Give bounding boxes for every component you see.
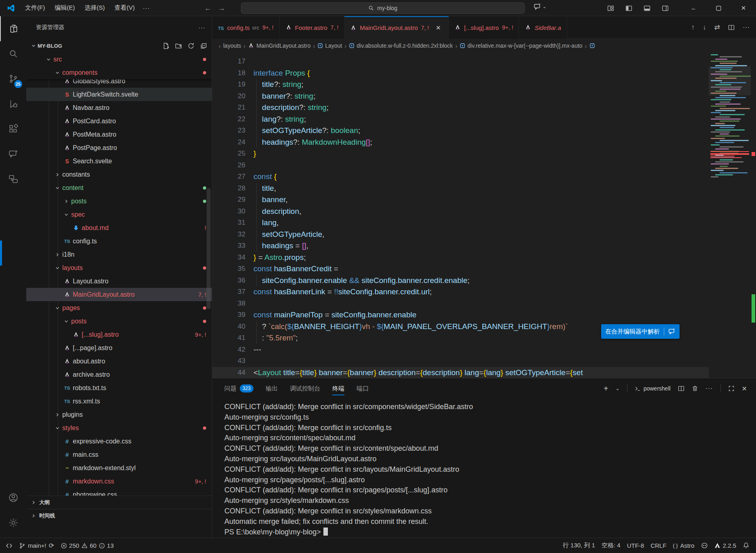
activity-extensions-icon[interactable] — [0, 116, 26, 141]
tree-item-components[interactable]: components — [26, 66, 212, 79]
tree-item-photoswipe-css[interactable]: #photoswipe.css — [26, 488, 212, 496]
tree-item-content[interactable]: content — [26, 181, 212, 194]
tree-item--page-astro[interactable]: [...page].astro — [26, 341, 212, 355]
more-actions-icon[interactable]: ··· — [743, 23, 750, 32]
activity-source-control-icon[interactable]: 25 — [0, 66, 26, 91]
breadcrumb-item[interactable]: Layout — [317, 42, 342, 49]
tree-item-robots-txt-ts[interactable]: TSrobots.txt.ts — [26, 381, 212, 395]
menu-more[interactable]: ··· — [139, 3, 154, 13]
code-editor[interactable]: 1718interface Props {19 title?: string;2… — [212, 53, 756, 394]
tree-item-postmeta-astro[interactable]: PostMeta.astro — [26, 128, 212, 141]
next-change-icon[interactable]: ↓ — [703, 23, 706, 32]
activity-remote-explorer-icon[interactable] — [0, 167, 26, 192]
remote-indicator[interactable] — [2, 542, 16, 549]
prev-change-icon[interactable]: ↑ — [691, 23, 695, 32]
tree-item-pages[interactable]: pages — [26, 301, 212, 314]
tree-item-about-md[interactable]: about.md! — [26, 221, 212, 234]
command-center-search[interactable]: my-blog — [241, 2, 525, 14]
tree-item-markdown-css[interactable]: #markdown.css9+, ! — [26, 475, 212, 488]
panel-tab-端口[interactable]: 端口 — [357, 378, 369, 399]
breadcrumb-item[interactable]: layouts — [223, 42, 241, 49]
panel-tab-输出[interactable]: 输出 — [266, 378, 278, 399]
tree-item-rss-xml-ts[interactable]: TSrss.xml.ts — [26, 395, 212, 408]
merge-copilot-icon[interactable] — [668, 328, 676, 335]
notifications-bell-icon[interactable] — [739, 542, 753, 549]
extension-face-icon[interactable] — [698, 542, 711, 549]
settings-gear-icon[interactable] — [0, 510, 26, 535]
tree-item-layout-astro[interactable]: Layout.astro — [26, 274, 212, 288]
forward-arrow-icon[interactable]: → — [218, 4, 225, 13]
terminal-dropdown-icon[interactable]: ⌄ — [616, 386, 620, 391]
breadcrumb-item[interactable]: MainGridLayout.astro — [248, 42, 310, 49]
activity-chat-icon[interactable] — [0, 141, 26, 167]
tree-item-config-ts[interactable]: TSconfig.ts — [26, 234, 212, 248]
tree-item-search-svelte[interactable]: SSearch.svelte — [26, 154, 212, 168]
eol-status[interactable]: CRLF — [647, 542, 669, 549]
sidebar-scrollbar[interactable] — [207, 188, 211, 309]
tree-item-markdown-extend-styl[interactable]: ~markdown-extend.styl — [26, 461, 212, 475]
sidebar-more-icon[interactable]: ··· — [199, 24, 205, 31]
toggle-secondary-sidebar-icon[interactable] — [662, 5, 669, 12]
terminal-output[interactable]: CONFLICT (add/add): Merge conflict in sr… — [224, 402, 748, 538]
tree-item-postpage-astro[interactable]: PostPage.astro — [26, 141, 212, 154]
activity-explorer-icon[interactable] — [0, 16, 26, 41]
tree-item-postcard-astro[interactable]: PostCard.astro — [26, 114, 212, 128]
maximize-button[interactable] — [706, 0, 731, 16]
tree-item-posts[interactable]: posts — [26, 314, 212, 328]
tree-item-spec[interactable]: spec — [26, 208, 212, 221]
tree-item-posts[interactable]: posts — [26, 194, 212, 208]
refresh-icon[interactable] — [188, 42, 194, 49]
breadcrumb-item[interactable]: div.absolute.w-full.z-0.hidden.2xl:block — [349, 42, 453, 49]
split-editor-icon[interactable] — [728, 24, 735, 31]
open-changes-icon[interactable]: ⇄ — [714, 23, 720, 32]
close-icon[interactable]: ✕ — [434, 23, 443, 32]
maximize-panel-icon[interactable] — [728, 385, 735, 392]
tab-config-ts[interactable]: TSconfig.tssrc9+, ! — [212, 16, 280, 39]
cursor-position[interactable]: 行 130, 列 1 — [560, 542, 598, 549]
sync-icon[interactable]: ⟳ — [49, 542, 54, 549]
tree-item-main-css[interactable]: #main.css — [26, 448, 212, 461]
sidebar-section-时间线[interactable]: 时间线 — [26, 509, 212, 522]
git-branch-status[interactable]: main+! ⟳ — [16, 542, 57, 549]
tree-item-constants[interactable]: constants — [26, 168, 212, 181]
tree-item-layouts[interactable]: layouts — [26, 261, 212, 274]
encoding-status[interactable]: UTF-8 — [624, 542, 648, 549]
kill-terminal-trash-icon[interactable] — [692, 385, 698, 392]
customize-layout-icon[interactable] — [607, 5, 614, 12]
menu-item[interactable]: 编辑(E) — [51, 2, 79, 13]
new-folder-icon[interactable] — [175, 42, 182, 49]
tab-footer-astro[interactable]: Footer.astro7, ! — [280, 16, 345, 39]
tree-item-plugins[interactable]: plugins — [26, 408, 212, 421]
tab-sidebar-a[interactable]: SideBar.a — [519, 16, 567, 39]
activity-search-icon[interactable] — [0, 41, 26, 66]
resolve-in-merge-editor-button[interactable]: 在合并编辑器中解析 — [601, 324, 680, 339]
tree-item--slug-astro[interactable]: [...slug].astro9+, ! — [26, 328, 212, 341]
tree-item-maingridlayout-astro[interactable]: MainGridLayout.astro7, ! — [26, 288, 212, 301]
tree-item-navbar-astro[interactable]: Navbar.astro — [26, 101, 212, 114]
panel-more-icon[interactable]: ··· — [705, 385, 713, 392]
tab--slug-astro[interactable]: [...slug].astro9+, ! — [449, 16, 519, 39]
copilot-menu[interactable]: ⌄ — [534, 3, 546, 11]
toggle-primary-sidebar-icon[interactable] — [625, 5, 632, 12]
breadcrumb-item[interactable] — [589, 43, 597, 49]
tree-item-about-astro[interactable]: about.astro — [26, 355, 212, 368]
close-window-button[interactable]: ✕ — [731, 0, 756, 16]
breadcrumb-item[interactable]: div.relative.max-w-[var(--page-width)].m… — [460, 42, 582, 49]
menu-item[interactable]: 查看(V) — [110, 2, 139, 13]
close-panel-icon[interactable]: ✕ — [742, 385, 747, 393]
back-arrow-icon[interactable]: ← — [204, 4, 211, 13]
tree-item-lightdarkswitch-svelte[interactable]: SLightDarkSwitch.svelte — [26, 88, 212, 101]
problems-status[interactable]: 250 60 13 — [57, 542, 117, 549]
split-terminal-icon[interactable] — [678, 385, 684, 392]
panel-tab-终端[interactable]: 终端 — [332, 378, 344, 399]
astro-version-status[interactable]: 2.2.5 — [711, 542, 739, 549]
minimap[interactable] — [709, 53, 751, 394]
breadcrumb[interactable]: ›layouts›MainGridLayout.astro›Layout›div… — [212, 39, 756, 53]
tree-item-src[interactable]: src — [26, 53, 212, 66]
workspace-root-row[interactable]: MY-BLOG — [26, 39, 212, 53]
activity-run-debug-icon[interactable] — [0, 91, 26, 116]
new-terminal-icon[interactable]: + — [604, 384, 608, 393]
tree-item-archive-astro[interactable]: archive.astro — [26, 368, 212, 381]
tab-maingridlayout-astro[interactable]: MainGridLayout.astro7, !✕ — [344, 16, 449, 39]
panel-tab-调试控制台[interactable]: 调试控制台 — [290, 378, 320, 399]
